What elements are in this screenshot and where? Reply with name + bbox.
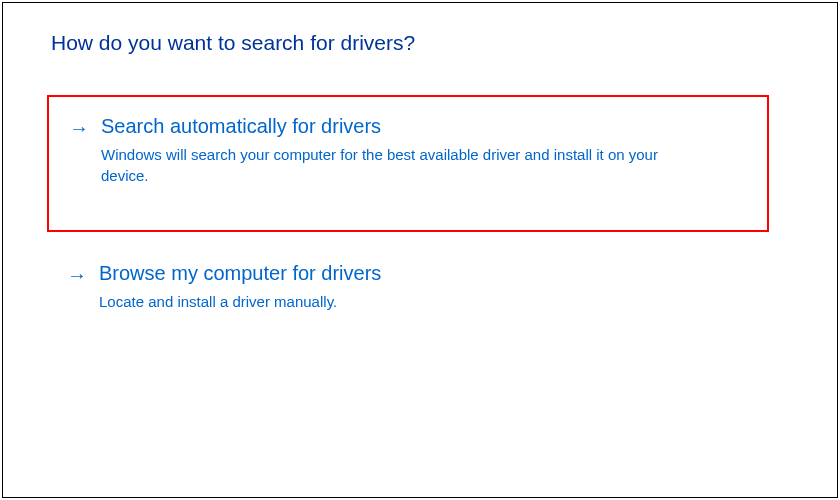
arrow-right-icon: → bbox=[67, 264, 87, 287]
option-description: Locate and install a driver manually. bbox=[99, 291, 659, 312]
option-title: Browse my computer for drivers bbox=[99, 262, 749, 285]
option-title: Search automatically for drivers bbox=[101, 115, 747, 138]
option-row: → Browse my computer for drivers Locate … bbox=[67, 262, 749, 312]
page-title: How do you want to search for drivers? bbox=[51, 31, 789, 55]
option-content: Browse my computer for drivers Locate an… bbox=[99, 262, 749, 312]
arrow-right-icon: → bbox=[69, 117, 89, 140]
option-content: Search automatically for drivers Windows… bbox=[101, 115, 747, 186]
browse-computer-option[interactable]: → Browse my computer for drivers Locate … bbox=[47, 262, 769, 336]
search-automatically-option[interactable]: → Search automatically for drivers Windo… bbox=[47, 95, 769, 232]
option-row: → Search automatically for drivers Windo… bbox=[69, 115, 747, 186]
dialog-container: How do you want to search for drivers? →… bbox=[2, 2, 838, 498]
option-description: Windows will search your computer for th… bbox=[101, 144, 661, 186]
